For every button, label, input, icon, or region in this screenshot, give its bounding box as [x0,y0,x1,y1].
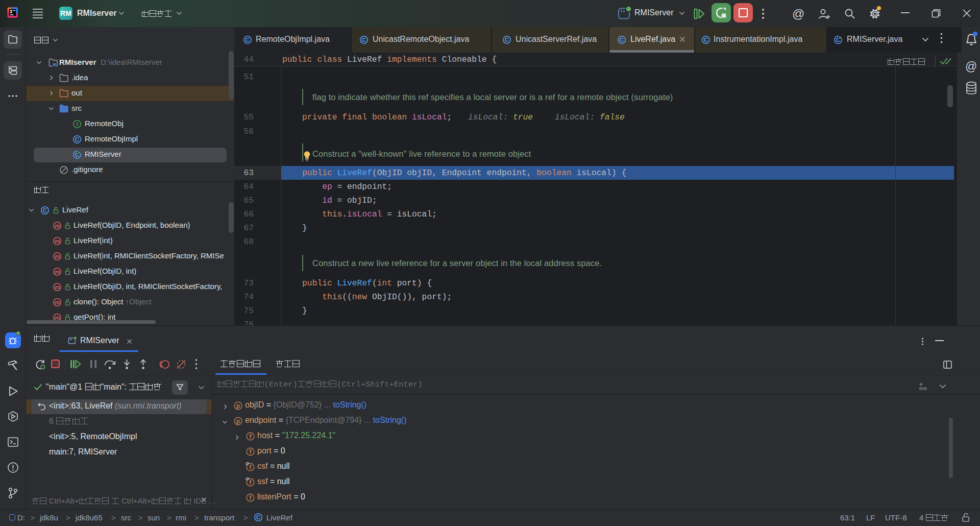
svg-text:f: f [250,448,252,456]
svg-text:f: f [250,494,252,501]
svg-text:f: f [250,433,252,440]
svg-text:C: C [505,37,509,43]
svg-text:p: p [236,402,240,410]
svg-text:f: f [250,464,252,471]
svg-text:m: m [55,269,60,275]
svg-text:f: f [250,479,252,486]
svg-text:C: C [43,207,47,213]
svg-text:m: m [55,238,60,244]
svg-text:m: m [55,299,60,305]
svg-text:p: p [236,418,240,425]
svg-text:m: m [55,223,60,229]
svg-text:m: m [55,284,60,290]
svg-text:C: C [256,514,260,520]
svg-text:C: C [362,37,366,43]
svg-text:C: C [704,37,708,43]
svg-text:C: C [246,37,250,43]
svg-text:C: C [620,37,624,43]
svg-text:C: C [75,136,79,142]
svg-text:I: I [76,121,78,127]
svg-text:m: m [55,253,60,259]
